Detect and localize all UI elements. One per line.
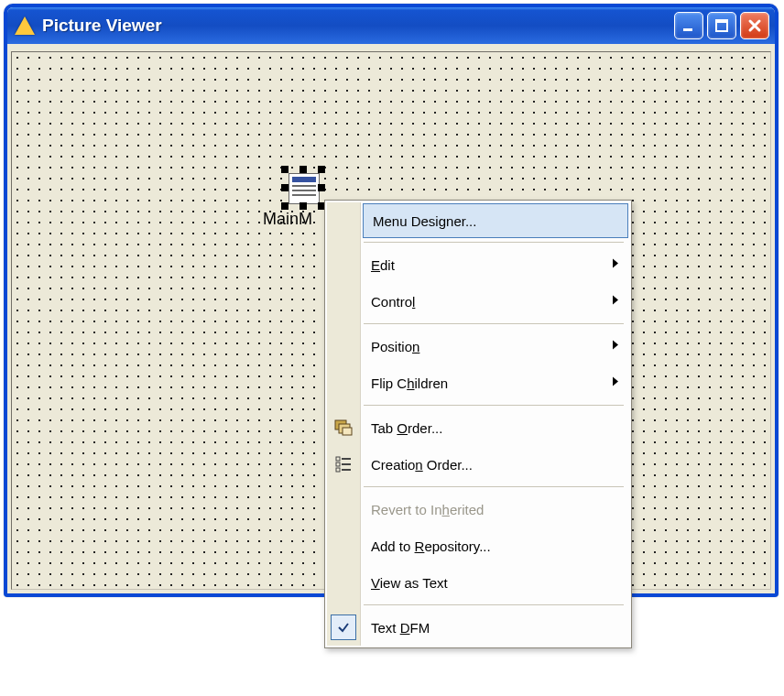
maximize-button[interactable]	[707, 12, 736, 39]
title-bar[interactable]: Picture Viewer	[7, 7, 775, 44]
creation-order-icon	[331, 451, 356, 477]
context-menu-item-label: Menu Designer...	[373, 213, 476, 229]
context-menu-item-label: View as Text	[371, 575, 448, 591]
context-menu-item-label: Flip Children	[371, 375, 448, 391]
svg-rect-12	[336, 468, 340, 472]
context-menu-item[interactable]: Flip Children	[362, 364, 629, 401]
context-menu-item[interactable]: Edit	[362, 246, 629, 283]
context-menu-item[interactable]: Position	[362, 328, 629, 364]
window-buttons	[674, 12, 769, 39]
context-menu-separator	[364, 242, 624, 243]
submenu-arrow-icon	[611, 375, 620, 391]
context-menu-item-label: Tab Order...	[371, 420, 442, 436]
submenu-arrow-icon	[611, 294, 620, 310]
context-menu: Menu Designer...EditControlPositionFlip …	[324, 200, 632, 648]
context-menu-item-label: Control	[371, 294, 415, 310]
context-menu-item: Revert to Inherited	[362, 491, 629, 527]
context-menu-separator	[364, 405, 624, 406]
context-menu-item[interactable]: Control	[362, 283, 629, 320]
context-menu-separator	[364, 486, 624, 487]
component-name-label: MainM	[263, 210, 312, 229]
context-menu-item[interactable]: Text DFM	[362, 609, 629, 646]
context-menu-item-label: Position	[371, 339, 419, 354]
svg-marker-6	[613, 377, 618, 386]
context-menu-item-label: Revert to Inherited	[371, 502, 484, 517]
svg-rect-0	[683, 28, 692, 31]
context-menu-separator	[364, 323, 624, 324]
context-menu-item[interactable]: Add to Repository...	[362, 527, 629, 564]
close-button[interactable]	[740, 12, 769, 39]
mainmenu-component[interactable]	[285, 169, 321, 206]
svg-rect-10	[336, 457, 340, 461]
context-menu-item[interactable]: Tab Order...	[362, 409, 629, 446]
checked-icon	[331, 614, 356, 640]
context-menu-item-label: Add to Repository...	[371, 538, 491, 554]
context-menu-item-label: Edit	[371, 257, 395, 273]
svg-rect-11	[336, 462, 340, 466]
minimize-button[interactable]	[674, 12, 703, 39]
context-menu-item-label: Text DFM	[371, 620, 430, 636]
svg-rect-9	[343, 428, 352, 435]
context-menu-separator	[364, 604, 624, 605]
svg-rect-2	[716, 20, 727, 23]
svg-marker-3	[613, 259, 618, 268]
context-menu-item[interactable]: Creation Order...	[362, 446, 629, 483]
context-menu-item[interactable]: View as Text	[362, 564, 629, 601]
context-menu-item[interactable]: Menu Designer...	[363, 203, 628, 238]
context-menu-item-label: Creation Order...	[371, 457, 473, 473]
window-title: Picture Viewer	[42, 16, 674, 36]
submenu-arrow-icon	[611, 257, 620, 273]
svg-marker-4	[613, 296, 618, 305]
svg-marker-5	[613, 341, 618, 350]
submenu-arrow-icon	[611, 339, 620, 354]
mainmenu-icon	[289, 173, 320, 204]
tab-order-icon	[331, 415, 356, 440]
app-icon	[15, 16, 35, 36]
